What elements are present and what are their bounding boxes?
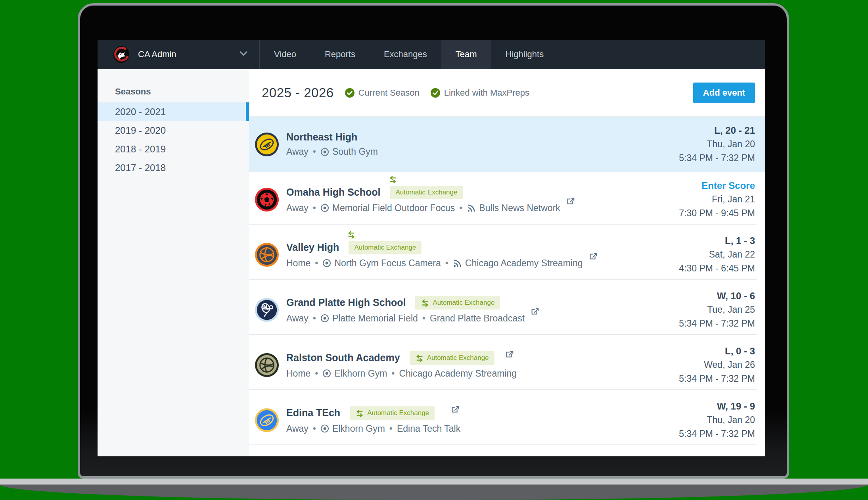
venue-camera-icon bbox=[320, 204, 329, 212]
nav-tab-exchanges[interactable]: Exchanges bbox=[370, 40, 441, 69]
event-result-block: L, 1 - 3 Sat, Jan 22 4:30 PM - 6:45 PM bbox=[679, 234, 755, 275]
season-header: 2025 - 2026 Current Season Linked with M… bbox=[249, 69, 765, 117]
season-title: 2025 - 2026 bbox=[262, 85, 334, 100]
time-label: 5:34 PM - 7:32 PM bbox=[679, 151, 755, 165]
event-result-block: W, 10 - 6 Tue, Jan 25 5:34 PM - 7:32 PM bbox=[679, 289, 755, 331]
external-link-icon[interactable] bbox=[530, 307, 540, 317]
nav-tab-reports[interactable]: Reports bbox=[310, 40, 370, 69]
event-result-block: L, 20 - 21 Thu, Jan 20 5:34 PM - 7:32 PM bbox=[679, 123, 755, 165]
external-link-icon[interactable] bbox=[505, 350, 514, 360]
nav-tab-highlights[interactable]: Highlights bbox=[491, 40, 558, 69]
nav-tab-team[interactable]: Team bbox=[441, 40, 491, 69]
sidebar-item-season-2018-2019[interactable]: 2018 - 2019 bbox=[98, 140, 249, 158]
main-panel: 2025 - 2026 Current Season Linked with M… bbox=[249, 69, 765, 456]
add-event-button[interactable]: Add event bbox=[693, 83, 755, 103]
event-row[interactable]: Edina TEch Automatic Exchange Away • bbox=[249, 392, 765, 448]
automatic-exchange-badge: Automatic Exchange bbox=[349, 241, 422, 254]
score-label: W, 10 - 6 bbox=[679, 289, 755, 303]
score-label: L, 20 - 21 bbox=[679, 123, 755, 137]
external-link-icon[interactable] bbox=[566, 197, 575, 206]
seasons-sidebar: Seasons 2020 - 2021 2019 - 2020 2018 - 2… bbox=[98, 69, 249, 456]
enter-score-link[interactable]: Enter Score bbox=[679, 179, 755, 192]
exchange-arrows-icon bbox=[347, 231, 356, 240]
date-label: Wed, Jan 26 bbox=[679, 358, 755, 372]
time-label: 5:34 PM - 7:32 PM bbox=[679, 372, 755, 386]
event-list: Northeast High Away • South Gym L, 20 - … bbox=[249, 117, 765, 448]
volleyball-icon bbox=[255, 242, 279, 267]
laptop-hinge bbox=[0, 479, 868, 485]
event-result-block: L, 0 - 3 Wed, Jan 26 5:34 PM - 7:32 PM bbox=[679, 344, 755, 386]
home-away-label: Away bbox=[286, 423, 308, 434]
soccer-icon bbox=[255, 187, 279, 212]
football-icon bbox=[255, 408, 279, 433]
automatic-exchange-badge: Automatic Exchange bbox=[350, 406, 435, 420]
date-label: Fri, Jan 21 bbox=[679, 192, 755, 206]
event-row[interactable]: Grand Platte High School Automatic Excha… bbox=[249, 282, 765, 337]
broadcast-rss-icon bbox=[453, 259, 462, 268]
broadcast-label: Grand Platte Broadcast bbox=[430, 313, 525, 324]
home-away-label: Away bbox=[286, 146, 308, 157]
venue-camera-icon bbox=[320, 424, 329, 433]
nav-items: Video Reports Exchanges Team Highlights bbox=[260, 40, 558, 69]
date-label: Thu, Jan 20 bbox=[679, 413, 755, 427]
lacrosse-icon bbox=[255, 298, 279, 322]
check-circle-icon bbox=[431, 88, 440, 98]
sidebar-item-season-2017-2018[interactable]: 2017 - 2018 bbox=[98, 158, 249, 177]
home-away-label: Home bbox=[286, 368, 310, 379]
home-away-label: Away bbox=[286, 313, 308, 324]
sidebar-title: Seasons bbox=[115, 87, 249, 97]
team-name: Valley High bbox=[286, 242, 339, 253]
app-window: CA Admin Video Reports Exchanges Team Hi… bbox=[98, 40, 765, 456]
event-meta: Away • South Gym bbox=[286, 146, 378, 157]
check-circle-icon bbox=[345, 88, 354, 98]
team-name: Northeast High bbox=[286, 131, 357, 143]
event-meta: Home • Elkhorn Gym • Chicago Academy Str… bbox=[286, 368, 517, 379]
top-nav-bar: CA Admin Video Reports Exchanges Team Hi… bbox=[98, 40, 765, 69]
time-label: 7:30 PM - 9:45 PM bbox=[679, 206, 755, 220]
event-row[interactable]: Omaha High School Automatic Exchange Awa… bbox=[249, 172, 765, 227]
time-label: 5:34 PM - 7:32 PM bbox=[679, 427, 755, 441]
broadcast-rss-icon bbox=[467, 204, 476, 213]
current-season-badge: Current Season bbox=[345, 88, 420, 98]
laptop-base bbox=[0, 485, 868, 500]
team-logo-icon bbox=[113, 46, 130, 63]
sidebar-item-season-2020-2021[interactable]: 2020 - 2021 bbox=[98, 102, 249, 121]
chevron-down-icon bbox=[238, 48, 249, 60]
home-away-label: Home bbox=[286, 258, 310, 269]
event-result-block: W, 19 - 9 Thu, Jan 20 5:34 PM - 7:32 PM bbox=[679, 399, 755, 441]
external-link-icon[interactable] bbox=[588, 252, 598, 262]
venue-camera-icon bbox=[322, 259, 331, 267]
nav-tab-video[interactable]: Video bbox=[260, 40, 310, 69]
date-label: Thu, Jan 20 bbox=[679, 137, 755, 151]
venue-camera-icon bbox=[320, 314, 329, 323]
external-link-icon[interactable] bbox=[450, 405, 460, 415]
score-label: L, 1 - 3 bbox=[679, 234, 755, 248]
automatic-exchange-badge: Automatic Exchange bbox=[390, 186, 463, 199]
sidebar-item-season-2019-2020[interactable]: 2019 - 2020 bbox=[98, 121, 249, 140]
event-row[interactable]: Northeast High Away • South Gym L, 20 - … bbox=[249, 117, 765, 172]
team-name: Grand Platte High School bbox=[286, 297, 406, 308]
score-label: W, 19 - 9 bbox=[679, 399, 755, 413]
account-switcher[interactable]: CA Admin bbox=[98, 40, 260, 69]
automatic-exchange-badge: Automatic Exchange bbox=[410, 351, 494, 365]
broadcast-label: Chicago Academy Streaming bbox=[399, 368, 517, 379]
venue-label: Platte Memorial Field bbox=[332, 313, 418, 324]
venue-camera-icon bbox=[322, 369, 331, 378]
exchange-arrows-icon bbox=[389, 175, 397, 185]
home-away-label: Away bbox=[286, 203, 308, 213]
venue-label: South Gym bbox=[332, 146, 378, 157]
venue-label: Elkhorn Gym bbox=[332, 423, 385, 434]
event-row[interactable]: Ralston South Academy Automatic Exchange… bbox=[249, 337, 765, 392]
account-name: CA Admin bbox=[138, 49, 176, 60]
event-meta: Away • Elkhorn Gym • Edina Tech Talk bbox=[286, 423, 460, 434]
volleyball-icon bbox=[255, 353, 279, 377]
automatic-exchange-badge: Automatic Exchange bbox=[415, 296, 500, 310]
venue-label: Elkhorn Gym bbox=[334, 368, 387, 379]
venue-label: Memorial Field Outdoor Focus bbox=[332, 203, 455, 213]
exchange-arrows-icon bbox=[355, 409, 364, 417]
broadcast-label: Edina Tech Talk bbox=[397, 423, 460, 434]
date-label: Tue, Jan 25 bbox=[679, 303, 755, 317]
event-row[interactable]: Valley High Automatic Exchange Home • No… bbox=[249, 227, 765, 282]
score-label: L, 0 - 3 bbox=[679, 344, 755, 358]
event-meta: Away • Memorial Field Outdoor Focus • Bu… bbox=[286, 203, 575, 213]
